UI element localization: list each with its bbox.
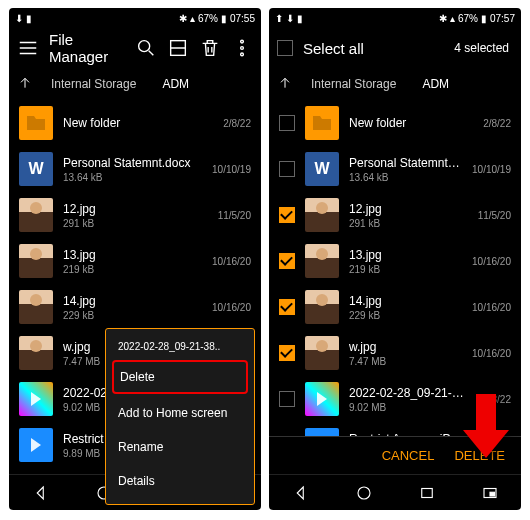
alarm-icon: ⬇ bbox=[15, 13, 23, 24]
svg-rect-12 bbox=[490, 492, 495, 496]
breadcrumb: Internal Storage ADM bbox=[269, 68, 521, 100]
file-size: 219 kB bbox=[63, 264, 202, 275]
menu-details[interactable]: Details bbox=[106, 464, 254, 498]
file-name: 13.jpg bbox=[63, 248, 202, 262]
crumb-adm[interactable]: ADM bbox=[154, 73, 197, 95]
docx-icon: W bbox=[19, 152, 53, 186]
svg-point-4 bbox=[241, 53, 244, 56]
battery-icon: ▮ bbox=[221, 13, 227, 24]
list-item[interactable]: New folder2/8/22 bbox=[9, 100, 261, 146]
file-name: New folder bbox=[63, 116, 213, 130]
search-icon[interactable] bbox=[135, 37, 157, 59]
clock: 07:55 bbox=[230, 13, 255, 24]
back-button[interactable] bbox=[291, 483, 311, 503]
file-date: 10/10/19 bbox=[212, 164, 251, 175]
crumb-internal[interactable]: Internal Storage bbox=[303, 73, 404, 95]
menu-add-home[interactable]: Add to Home screen bbox=[106, 396, 254, 430]
menu-rename[interactable]: Rename bbox=[106, 430, 254, 464]
file-date: 10/16/20 bbox=[472, 348, 511, 359]
battery-text: 67% bbox=[458, 13, 478, 24]
up-icon[interactable] bbox=[17, 75, 33, 94]
crumb-internal[interactable]: Internal Storage bbox=[43, 73, 144, 95]
checkbox[interactable] bbox=[279, 299, 295, 315]
select-all-checkbox[interactable] bbox=[277, 40, 293, 56]
home-button[interactable] bbox=[354, 483, 374, 503]
svg-point-9 bbox=[358, 487, 370, 499]
phone-left: ⬇▮ ✱▴67%▮07:55 File Manager Internal Sto… bbox=[9, 8, 261, 510]
image-thumb bbox=[305, 290, 339, 324]
file-name: Personal Statemnt.docx bbox=[63, 156, 202, 170]
file-list: New folder2/8/22 WPersonal Statemnt.docx… bbox=[269, 100, 521, 436]
list-item[interactable]: 13.jpg219 kB10/16/20 bbox=[269, 238, 521, 284]
list-item[interactable]: 12.jpg291 kB11/5/20 bbox=[9, 192, 261, 238]
file-date: 2/8/22 bbox=[483, 118, 511, 129]
file-size: 291 kB bbox=[349, 218, 468, 229]
battery-text: 67% bbox=[198, 13, 218, 24]
view-icon[interactable] bbox=[167, 37, 189, 59]
image-thumb bbox=[19, 244, 53, 278]
checkbox[interactable] bbox=[279, 391, 295, 407]
file-size: 219 kB bbox=[349, 264, 462, 275]
file-size: 291 kB bbox=[63, 218, 208, 229]
alarm-icon: ▮ bbox=[297, 13, 303, 24]
file-date: 10/10/19 bbox=[472, 164, 511, 175]
checkbox[interactable] bbox=[279, 161, 295, 177]
bluetooth-icon: ✱ bbox=[179, 13, 187, 24]
list-item[interactable]: w.jpg7.47 MB10/16/20 bbox=[269, 330, 521, 376]
video-thumb bbox=[19, 428, 53, 462]
list-item[interactable]: WPersonal Statemnt.docx13.64 kB10/10/19 bbox=[269, 146, 521, 192]
file-name: 13.jpg bbox=[349, 248, 462, 262]
file-name: Personal Statemnt.docx bbox=[349, 156, 462, 170]
checkbox[interactable] bbox=[279, 345, 295, 361]
pip-button[interactable] bbox=[480, 483, 500, 503]
file-name: 2022-02-28_09-21-38.mp4 bbox=[349, 386, 468, 400]
image-thumb bbox=[19, 198, 53, 232]
app-title: File Manager bbox=[49, 31, 125, 65]
signal-icon: ▴ bbox=[450, 13, 455, 24]
file-size: 13.64 kB bbox=[63, 172, 202, 183]
file-name: 14.jpg bbox=[63, 294, 202, 308]
phone-right: ⬆⬇▮ ✱▴67%▮07:57 Select all 4 selected In… bbox=[269, 8, 521, 510]
breadcrumb: Internal Storage ADM bbox=[9, 68, 261, 100]
file-name: 12.jpg bbox=[63, 202, 208, 216]
file-date: 2/8/22 bbox=[223, 118, 251, 129]
signal-icon: ▴ bbox=[190, 13, 195, 24]
context-title: 2022-02-28_09-21-38.. bbox=[106, 335, 254, 358]
video-thumb bbox=[305, 382, 339, 416]
file-size: 7.47 MB bbox=[349, 356, 462, 367]
up-icon[interactable] bbox=[277, 75, 293, 94]
image-thumb bbox=[19, 336, 53, 370]
download-icon: ⬇ bbox=[286, 13, 294, 24]
back-button[interactable] bbox=[31, 483, 51, 503]
svg-rect-10 bbox=[421, 488, 432, 497]
video-thumb bbox=[305, 428, 339, 436]
menu-delete[interactable]: Delete bbox=[112, 360, 248, 394]
docx-icon: W bbox=[305, 152, 339, 186]
context-menu: 2022-02-28_09-21-38.. Delete Add to Home… bbox=[105, 328, 255, 505]
nav-bar bbox=[269, 474, 521, 510]
trash-icon[interactable] bbox=[199, 37, 221, 59]
list-item[interactable]: 13.jpg219 kB10/16/20 bbox=[9, 238, 261, 284]
select-all-label[interactable]: Select all bbox=[303, 40, 444, 57]
file-date: 11/5/20 bbox=[218, 210, 251, 221]
list-item[interactable]: 14.jpg229 kB10/16/20 bbox=[269, 284, 521, 330]
list-item[interactable]: New folder2/8/22 bbox=[269, 100, 521, 146]
file-size: 229 kB bbox=[349, 310, 462, 321]
cancel-button[interactable]: CANCEL bbox=[382, 448, 435, 463]
checkbox[interactable] bbox=[279, 253, 295, 269]
crumb-adm[interactable]: ADM bbox=[414, 73, 457, 95]
selection-count: 4 selected bbox=[454, 41, 513, 55]
image-thumb bbox=[305, 244, 339, 278]
checkbox[interactable] bbox=[279, 207, 295, 223]
list-item[interactable]: 14.jpg229 kB10/16/20 bbox=[9, 284, 261, 330]
list-item[interactable]: 12.jpg291 kB11/5/20 bbox=[269, 192, 521, 238]
list-item[interactable]: WPersonal Statemnt.docx13.64 kB10/10/19 bbox=[9, 146, 261, 192]
status-bar: ⬇▮ ✱▴67%▮07:55 bbox=[9, 8, 261, 28]
video-thumb bbox=[19, 382, 53, 416]
file-date: 10/16/20 bbox=[212, 256, 251, 267]
more-icon[interactable] bbox=[231, 37, 253, 59]
recent-button[interactable] bbox=[417, 483, 437, 503]
checkbox[interactable] bbox=[279, 115, 295, 131]
file-name: w.jpg bbox=[349, 340, 462, 354]
menu-icon[interactable] bbox=[17, 37, 39, 59]
